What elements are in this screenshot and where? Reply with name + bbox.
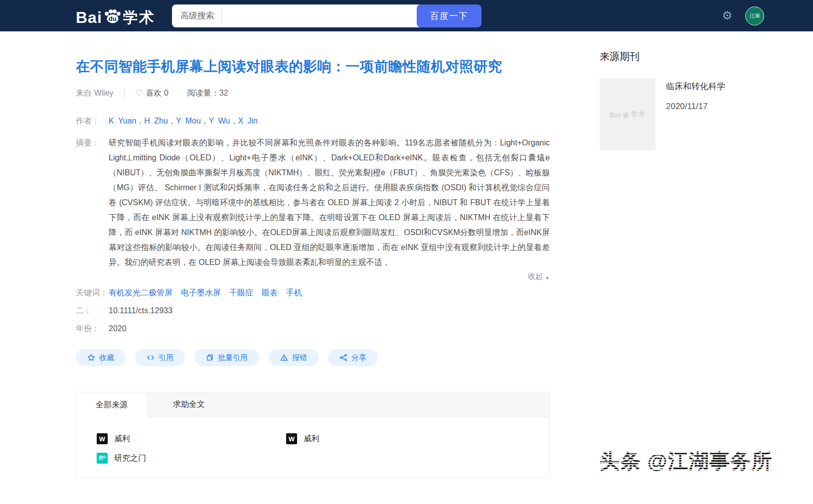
keyword-links: 有机发光二极管屏 电子墨水屏 干眼症 眼表 手机 xyxy=(109,285,302,300)
like-count[interactable]: 喜欢 0 xyxy=(146,88,168,99)
sources-tabbar: 全部来源 求助全文 xyxy=(76,392,549,417)
avatar[interactable]: 江湖 xyxy=(745,6,764,25)
topbar-right: ⚙ 江湖 xyxy=(722,0,764,31)
journal-sidebar-heading: 来源期刊 xyxy=(600,50,784,63)
sources-card: 全部来源 求助全文 W 威利 W 威利 RG 研究之门 xyxy=(76,392,550,478)
chevron-up-icon: ▲ xyxy=(545,274,550,280)
authors-row: 作者： K Yuan，H Zhu，Y Mou，Y Wu，X Jin xyxy=(76,114,550,128)
keyword-link[interactable]: 电子墨水屏 xyxy=(181,285,221,300)
action-buttons: 收藏 引用 批量引用 报错 分享 xyxy=(76,349,550,366)
abstract-text: 研究智能手机阅读对眼表的影响，并比较不同屏幕和光照条件对眼表的各种影响。119名… xyxy=(109,135,550,270)
baidu-paw-icon xyxy=(622,111,630,119)
source-name: 威利 xyxy=(304,434,320,444)
paper-title[interactable]: 在不同智能手机屏幕上阅读对眼表的影响：一项前瞻性随机对照研究 xyxy=(76,57,550,76)
source-name: 威利 xyxy=(114,434,130,444)
source-item-wiley[interactable]: W 威利 xyxy=(97,433,286,444)
meta-divider: ｜ xyxy=(121,88,129,99)
advanced-search-link[interactable]: 高级搜索 xyxy=(172,10,221,21)
logo-text-du: du xyxy=(103,15,123,22)
keywords-label: 关键词： xyxy=(76,285,109,300)
cite-button[interactable]: 引用 xyxy=(135,349,185,366)
page: Bai du 学术 高级搜索 百度一下 ⚙ 江湖 在不同智能手机屏幕上阅读对眼表… xyxy=(0,0,813,504)
top-navbar: Bai du 学术 高级搜索 百度一下 ⚙ 江湖 xyxy=(0,0,813,31)
gear-icon[interactable]: ⚙ xyxy=(722,9,732,22)
journal-thumbnail[interactable]: Bai 学术 xyxy=(600,78,655,150)
share-label: 分享 xyxy=(351,353,366,363)
source-item-wiley[interactable]: W 威利 xyxy=(286,433,549,444)
cite-label: 引用 xyxy=(159,353,173,363)
report-error-icon xyxy=(280,354,288,362)
star-icon xyxy=(87,354,95,362)
cite-icon xyxy=(147,354,155,362)
search-input[interactable] xyxy=(222,4,420,27)
journal-info: 临床和转化科学 2020/11/17 xyxy=(666,78,725,150)
batch-cite-label: 批量引用 xyxy=(218,353,248,363)
keyword-link[interactable]: 眼表 xyxy=(262,285,278,300)
logo-text-bai: Bai xyxy=(76,9,102,25)
collapse-abstract-link[interactable]: 收起 ▲ xyxy=(109,272,550,281)
journal-name[interactable]: 临床和转化科学 xyxy=(666,81,725,92)
keyword-link[interactable]: 有机发光二极管屏 xyxy=(109,285,172,300)
search-box: 高级搜索 xyxy=(172,4,420,27)
favorite-button[interactable]: 收藏 xyxy=(76,349,126,366)
tab-request-fulltext[interactable]: 求助全文 xyxy=(148,392,230,417)
doi-row: 二： 10.1111/cts.12933 xyxy=(76,303,550,318)
paper-source: 来自 Wiley xyxy=(76,88,114,99)
journal-date: 2020/11/17 xyxy=(666,102,725,112)
paper-detail: 在不同智能手机屏幕上阅读对眼表的影响：一项前瞻性随机对照研究 来自 Wiley … xyxy=(76,57,550,478)
baidu-scholar-logo[interactable]: Bai du 学术 xyxy=(76,6,155,25)
journal-sidebar: 来源期刊 Bai 学术 临床和转化科学 2020/11/17 xyxy=(600,50,784,150)
read-count: 阅读量：32 xyxy=(187,88,228,99)
toutiao-watermark: 头条 @江湖事务所 xyxy=(599,448,776,475)
report-error-label: 报错 xyxy=(292,353,307,363)
logo-text-xueshu: 学术 xyxy=(123,9,155,25)
batch-cite-button[interactable]: 批量引用 xyxy=(194,349,259,366)
wiley-icon: W xyxy=(286,433,297,444)
source-name: 研究之门 xyxy=(114,453,146,464)
batch-cite-icon xyxy=(206,354,214,362)
paper-meta-row: 来自 Wiley ｜ ♡ 喜欢 0 阅读量：32 xyxy=(76,88,550,99)
share-icon xyxy=(339,354,347,362)
year-value: 2020 xyxy=(109,321,127,336)
abstract-label: 摘要： xyxy=(76,135,109,281)
abstract-row: 摘要： 研究智能手机阅读对眼表的影响，并比较不同屏幕和光照条件对眼表的各种影响。… xyxy=(76,135,550,281)
collapse-label: 收起 xyxy=(528,272,543,280)
search-bar: 高级搜索 百度一下 xyxy=(172,4,482,27)
sources-list: W 威利 W 威利 RG 研究之门 xyxy=(76,417,549,478)
year-label: 年份： xyxy=(76,321,109,336)
source-item-researchgate[interactable]: RG 研究之门 xyxy=(97,453,286,464)
researchgate-icon: RG xyxy=(97,453,108,464)
authors-label: 作者： xyxy=(76,114,109,128)
tab-all-sources[interactable]: 全部来源 xyxy=(76,392,148,417)
search-button[interactable]: 百度一下 xyxy=(417,4,482,27)
share-button[interactable]: 分享 xyxy=(328,349,378,366)
favorite-label: 收藏 xyxy=(99,353,114,363)
journal-entry: Bai 学术 临床和转化科学 2020/11/17 xyxy=(600,78,784,150)
report-error-button[interactable]: 报错 xyxy=(269,349,319,366)
heart-icon[interactable]: ♡ xyxy=(135,88,143,99)
doi-label: 二： xyxy=(76,303,109,318)
keyword-link[interactable]: 手机 xyxy=(286,285,302,300)
baidu-paw-icon: du xyxy=(103,6,123,25)
baidu-scholar-watermark-logo: Bai 学术 xyxy=(610,110,646,119)
author-links[interactable]: K Yuan，H Zhu，Y Mou，Y Wu，X Jin xyxy=(109,114,258,128)
keywords-row: 关键词： 有机发光二极管屏 电子墨水屏 干眼症 眼表 手机 xyxy=(76,285,550,300)
year-row: 年份： 2020 xyxy=(76,321,550,336)
watermark-text: 头条 @江湖事务所 xyxy=(599,450,772,473)
wiley-icon: W xyxy=(97,433,108,444)
keyword-link[interactable]: 干眼症 xyxy=(229,285,253,300)
doi-value: 10.1111/cts.12933 xyxy=(109,303,172,318)
